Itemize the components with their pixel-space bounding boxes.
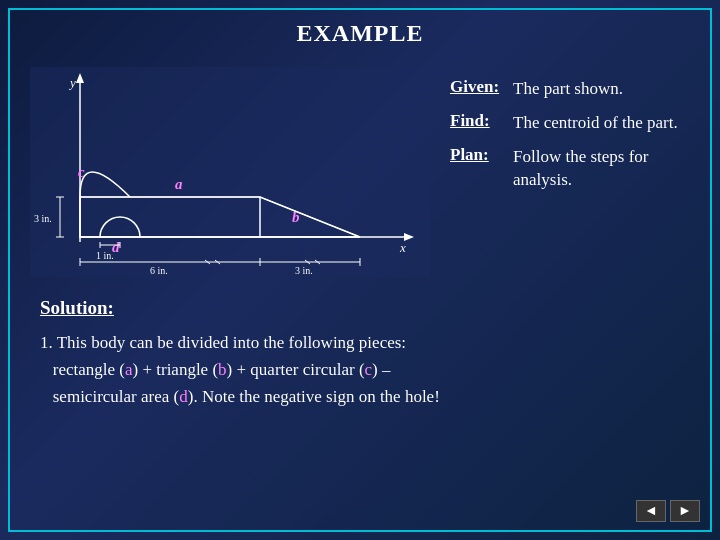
svg-text:y: y (68, 75, 76, 90)
svg-text:6 in.: 6 in. (150, 265, 168, 276)
given-label: Given: (450, 77, 505, 97)
diagram-area: y x (30, 67, 430, 277)
label-b: b (218, 360, 227, 379)
solution-line-2: rectangle (a) + triangle (b) + quarter c… (40, 356, 680, 383)
solution-title: Solution: (40, 297, 680, 319)
given-row: Given: The part shown. (450, 77, 690, 101)
solution-line-3: semicircular area (d). Note the negative… (40, 383, 680, 410)
slide-container: EXAMPLE y x (0, 0, 720, 540)
find-label: Find: (450, 111, 505, 131)
prev-button[interactable]: ◄ (636, 500, 666, 522)
next-button[interactable]: ► (670, 500, 700, 522)
solution-line-1: 1. This body can be divided into the fol… (40, 329, 680, 356)
svg-text:3 in.: 3 in. (295, 265, 313, 276)
svg-text:x: x (399, 240, 406, 255)
find-row: Find: The centroid of the part. (450, 111, 690, 135)
label-a: a (125, 360, 133, 379)
solution-text: 1. This body can be divided into the fol… (40, 329, 680, 411)
svg-text:3 in.: 3 in. (34, 213, 52, 224)
slide-title: EXAMPLE (30, 20, 690, 47)
svg-text:c: c (78, 164, 85, 180)
svg-text:b: b (292, 209, 300, 225)
content-row: y x (30, 67, 690, 277)
plan-text: Follow the steps for analysis. (513, 145, 690, 193)
nav-buttons[interactable]: ◄ ► (636, 500, 700, 522)
info-panel: Given: The part shown. Find: The centroi… (450, 67, 690, 192)
svg-text:a: a (175, 176, 183, 192)
label-c: c (365, 360, 373, 379)
solution-section: Solution: 1. This body can be divided in… (30, 297, 690, 411)
plan-label: Plan: (450, 145, 505, 165)
diagram-svg: y x (30, 67, 430, 277)
given-text: The part shown. (513, 77, 623, 101)
plan-row: Plan: Follow the steps for analysis. (450, 145, 690, 193)
find-text: The centroid of the part. (513, 111, 678, 135)
label-d: d (179, 387, 188, 406)
svg-text:1 in.: 1 in. (96, 250, 114, 261)
